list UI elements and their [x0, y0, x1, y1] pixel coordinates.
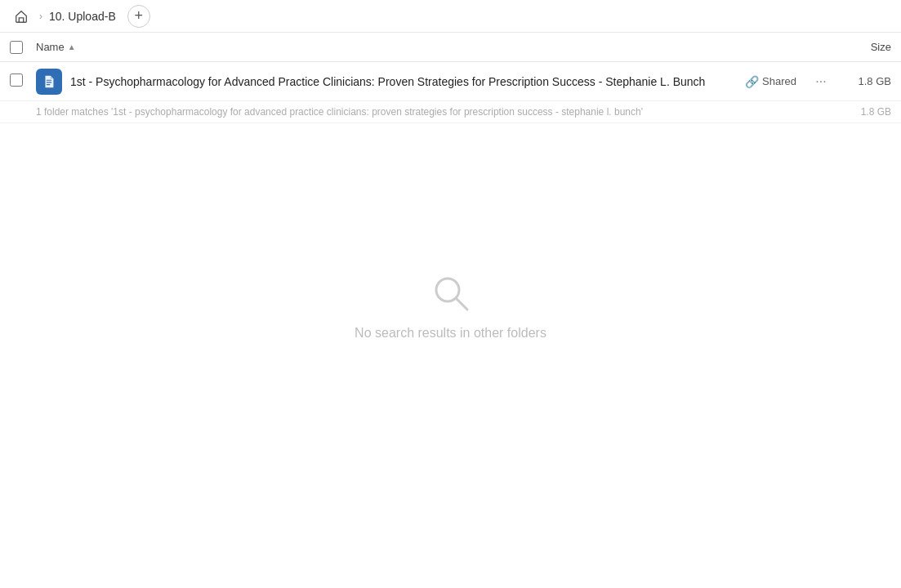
file-icon-wrap: [36, 69, 62, 95]
shared-label: Shared: [762, 75, 796, 87]
add-button[interactable]: +: [127, 5, 150, 28]
breadcrumb-chevron: ›: [39, 11, 42, 22]
link-icon: 🔗: [745, 75, 759, 88]
select-all-checkbox[interactable]: [10, 41, 23, 54]
sort-arrow-icon: ▲: [68, 42, 76, 51]
breadcrumb-folder[interactable]: 10. Upload-B: [49, 10, 116, 23]
summary-size: 1.8 GB: [842, 106, 891, 118]
file-row[interactable]: 1st - Psychopharmacology for Advanced Pr…: [0, 62, 901, 101]
column-headers: Name ▲ Size: [0, 33, 901, 62]
shared-badge: 🔗 Shared: [745, 75, 796, 88]
empty-state: No search results in other folders: [0, 270, 901, 341]
empty-label: No search results in other folders: [355, 326, 546, 341]
file-checkbox[interactable]: [10, 74, 23, 87]
summary-text: 1 folder matches '1st - psychopharmacolo…: [36, 106, 842, 118]
file-checkbox-wrap[interactable]: [10, 74, 36, 89]
size-column-header: Size: [826, 41, 891, 53]
file-icon: [42, 74, 56, 89]
file-name: 1st - Psychopharmacology for Advanced Pr…: [70, 75, 745, 88]
home-icon: [14, 9, 29, 24]
more-options-button[interactable]: ···: [810, 70, 832, 93]
name-column-header[interactable]: Name ▲: [36, 41, 826, 53]
select-all-checkbox-wrap[interactable]: [10, 41, 36, 54]
home-button[interactable]: [10, 5, 33, 28]
breadcrumb-bar: › 10. Upload-B +: [0, 0, 901, 33]
file-size: 1.8 GB: [842, 75, 891, 87]
svg-line-1: [456, 298, 467, 310]
no-results-icon: [428, 270, 474, 316]
summary-row: 1 folder matches '1st - psychopharmacolo…: [0, 101, 901, 123]
